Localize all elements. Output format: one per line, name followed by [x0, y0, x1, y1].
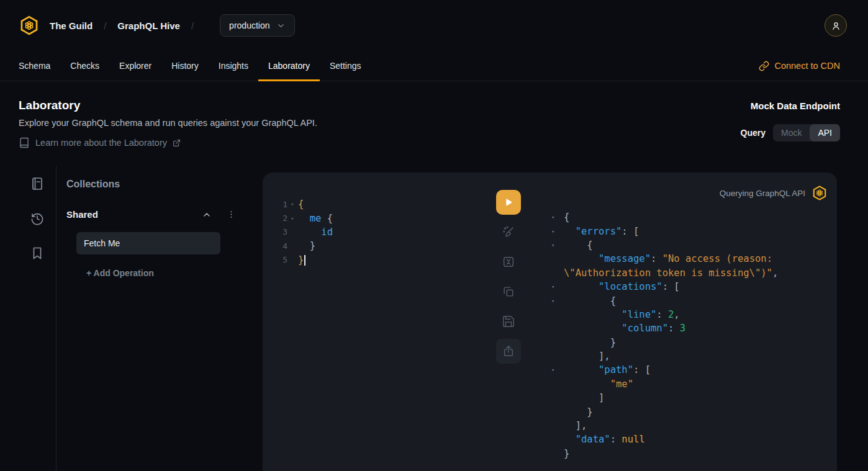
code-text: "locations": [ — [564, 281, 680, 292]
code-text: { — [564, 295, 616, 307]
toggle-option-mock[interactable]: Mock — [773, 124, 810, 141]
response-line: "me" — [549, 377, 778, 391]
chevron-down-icon — [276, 21, 286, 30]
save-icon[interactable] — [496, 309, 521, 334]
execute-query-button[interactable] — [496, 190, 521, 215]
chevron-up-icon[interactable] — [202, 210, 212, 220]
fold-arrow-icon[interactable]: ▾ — [549, 298, 564, 304]
hive-logo — [19, 15, 40, 36]
learn-more-link[interactable]: Learn more about the Laboratory — [19, 137, 317, 148]
collections-panel: Collections Shared Fetch Me + Add Operat… — [57, 166, 249, 278]
code-text: "message": "No access (reason: — [564, 253, 772, 264]
tab-settings[interactable]: Settings — [320, 51, 371, 81]
response-line: } — [549, 405, 778, 418]
tab-insights[interactable]: Insights — [209, 51, 258, 81]
main-nav: SchemaChecksExplorerHistoryInsightsLabor… — [0, 51, 868, 81]
toggle-option-api[interactable]: API — [810, 124, 840, 141]
fold-arrow-icon[interactable]: ▾ — [549, 242, 564, 248]
response-line: ▾ { — [549, 294, 778, 307]
response-line: ▾ "locations": [ — [549, 280, 778, 294]
line-number: 3 — [281, 227, 287, 236]
code-text: me { — [298, 213, 333, 224]
breadcrumb-project[interactable]: GraphQL Hive — [117, 20, 180, 31]
editor-line: 3 id — [281, 225, 333, 239]
response-line: ▾ { — [549, 238, 778, 252]
fold-arrow-icon[interactable]: ▾ — [549, 228, 564, 235]
code-text: "me" — [564, 379, 633, 390]
external-link-icon — [173, 139, 181, 147]
response-line: ▾ "path": [ — [549, 363, 778, 377]
history-icon[interactable] — [30, 211, 45, 226]
code-text: "errors": [ — [564, 226, 639, 237]
fold-arrow-icon[interactable]: ▾ — [549, 214, 564, 220]
app-header: The Guild / GraphQL Hive / production — [0, 0, 868, 51]
breadcrumb-separator: / — [104, 20, 106, 31]
collection-group-row: Shared — [66, 209, 236, 220]
collections-title: Collections — [66, 179, 249, 190]
learn-more-label: Learn more about the Laboratory — [35, 138, 167, 148]
tab-schema[interactable]: Schema — [9, 51, 60, 81]
book-icon — [19, 137, 30, 148]
response-line: } — [549, 447, 778, 460]
collection-operation-item[interactable]: Fetch Me — [76, 232, 220, 254]
editor-line: 4 } — [281, 239, 333, 253]
prettify-icon[interactable] — [496, 220, 521, 244]
response-line: "data": null — [549, 433, 778, 446]
code-text: "line": 2, — [564, 309, 680, 320]
query-editor[interactable]: 1▾{2▾ me {3 id4 }5} — [281, 197, 333, 267]
response-line: \"Authorization token is missing\")", — [549, 266, 778, 280]
fold-arrow-icon[interactable]: ▾ — [287, 201, 298, 207]
mock-endpoint-title: Mock Data Endpoint — [751, 101, 840, 111]
code-text: } — [298, 240, 315, 251]
page-subtitle: Explore your GraphQL schema and run quer… — [19, 118, 317, 128]
user-avatar[interactable] — [825, 14, 847, 37]
response-line: "message": "No access (reason: — [549, 252, 778, 266]
code-text: { — [564, 212, 569, 223]
response-line: "column": 3 — [549, 321, 778, 335]
code-text: ], — [564, 420, 587, 431]
nav-tabs: SchemaChecksExplorerHistoryInsightsLabor… — [9, 51, 371, 81]
response-line: ▾ "errors": [ — [549, 224, 778, 238]
response-status: Querying GraphQL API — [720, 189, 805, 198]
merge-icon[interactable] — [496, 249, 521, 274]
code-text: } — [564, 337, 616, 348]
target-selector-value: production — [229, 20, 269, 30]
code-text: { — [298, 199, 304, 210]
copy-icon[interactable] — [496, 279, 521, 304]
user-icon — [830, 20, 842, 32]
code-text: \"Authorization token is missing\")", — [564, 267, 778, 279]
code-text: "path": [ — [564, 364, 651, 375]
code-text: } — [564, 406, 593, 418]
bookmark-icon[interactable] — [30, 246, 45, 261]
collection-items: Fetch Me — [66, 232, 249, 254]
docs-icon[interactable] — [30, 176, 45, 191]
hive-logo — [811, 185, 828, 201]
add-operation-button[interactable]: + Add Operation — [86, 268, 154, 278]
kebab-icon[interactable] — [227, 210, 236, 219]
response-line: } — [549, 336, 778, 349]
tab-laboratory[interactable]: Laboratory — [258, 51, 320, 81]
code-text: ] — [564, 392, 604, 403]
fold-arrow-icon[interactable]: ▾ — [549, 284, 564, 290]
connect-cdn-link[interactable]: Connect to CDN — [759, 51, 840, 81]
breadcrumb-org[interactable]: The Guild — [50, 20, 93, 31]
line-number: 4 — [281, 241, 287, 251]
tool-rail — [0, 166, 57, 471]
fold-arrow-icon[interactable]: ▾ — [287, 215, 298, 222]
code-text: id — [298, 227, 333, 238]
collection-group-name: Shared — [66, 209, 98, 220]
share-icon[interactable] — [496, 339, 521, 364]
play-icon — [502, 196, 515, 209]
link-icon — [759, 61, 769, 71]
tab-history[interactable]: History — [161, 51, 209, 81]
editor-line: 5} — [281, 253, 333, 267]
line-number: 5 — [281, 255, 287, 264]
target-selector[interactable]: production — [220, 14, 294, 37]
response-header: Querying GraphQL API — [720, 185, 828, 201]
code-text: } — [298, 254, 305, 266]
fold-arrow-icon[interactable]: ▾ — [549, 367, 564, 373]
response-line: "line": 2, — [549, 308, 778, 321]
response-line: ], — [549, 419, 778, 433]
tab-explorer[interactable]: Explorer — [109, 51, 161, 81]
tab-checks[interactable]: Checks — [60, 51, 109, 81]
